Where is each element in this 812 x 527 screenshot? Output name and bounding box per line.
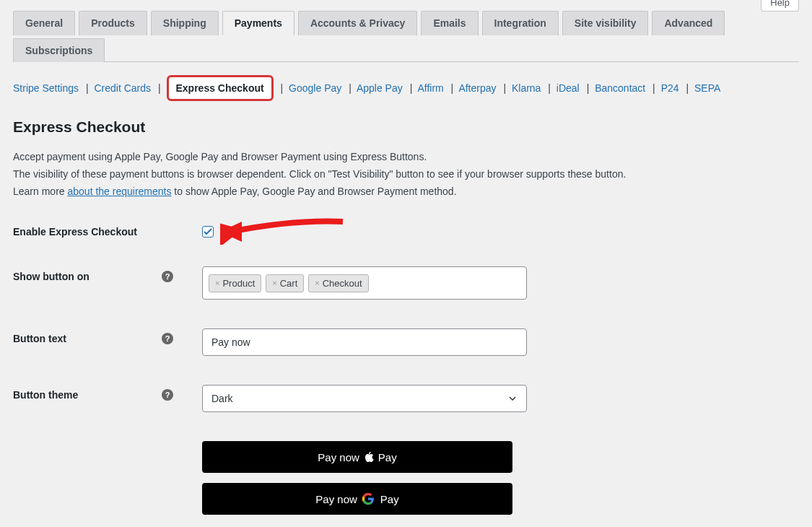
tab-integration[interactable]: Integration xyxy=(482,11,559,35)
tag-cart: × Cart xyxy=(266,274,304,292)
subnav-sepa[interactable]: SEPA xyxy=(694,82,720,94)
google-pay-button[interactable]: Pay now Pay xyxy=(202,483,512,515)
show-button-multiselect[interactable]: × Product × Cart × Checkout xyxy=(202,266,527,300)
description-line: The visibility of these payment buttons … xyxy=(13,166,799,183)
separator: | xyxy=(686,82,689,94)
button-text-input[interactable] xyxy=(202,328,527,356)
tag-product: × Product xyxy=(209,274,261,292)
page-title: Express Checkout xyxy=(13,118,799,136)
subnav-afterpay[interactable]: Afterpay xyxy=(458,82,496,94)
subnav-bancontact[interactable]: Bancontact xyxy=(595,82,645,94)
tag-label: Checkout xyxy=(323,278,362,289)
subnav-credit-cards[interactable]: Credit Cards xyxy=(94,82,151,94)
remove-icon[interactable]: × xyxy=(215,279,219,287)
separator: | xyxy=(548,82,551,94)
sub-navigation: Stripe Settings | Credit Cards | Express… xyxy=(13,62,799,110)
subnav-stripe-settings[interactable]: Stripe Settings xyxy=(13,82,79,94)
tab-payments[interactable]: Payments xyxy=(222,11,294,35)
separator: | xyxy=(587,82,590,94)
subnav-affirm[interactable]: Affirm xyxy=(417,82,443,94)
text: to show Apple Pay, Google Pay and Browse… xyxy=(171,186,456,197)
button-theme-select[interactable]: Dark xyxy=(202,385,527,412)
button-label: Pay now xyxy=(315,493,357,505)
remove-icon[interactable]: × xyxy=(315,279,319,287)
separator: | xyxy=(652,82,655,94)
main-tabs: General Products Shipping Payments Accou… xyxy=(13,0,799,62)
tag-label: Cart xyxy=(280,278,298,289)
label-text: Button theme xyxy=(13,389,78,401)
tab-site-visibility[interactable]: Site visibility xyxy=(562,11,649,35)
remove-icon[interactable]: × xyxy=(272,279,276,287)
subnav-ideal[interactable]: iDeal xyxy=(556,82,580,94)
subnav-apple-pay[interactable]: Apple Pay xyxy=(357,82,403,94)
button-text-label: Button text ? xyxy=(13,328,186,344)
separator: | xyxy=(503,82,506,94)
text: Learn more xyxy=(13,186,67,197)
separator: | xyxy=(86,82,89,94)
tab-accounts-privacy[interactable]: Accounts & Privacy xyxy=(298,11,418,35)
separator: | xyxy=(349,82,352,94)
label-text: Enable Express Checkout xyxy=(13,226,137,238)
separator: | xyxy=(410,82,413,94)
tab-emails[interactable]: Emails xyxy=(421,11,478,35)
chevron-down-icon xyxy=(507,393,518,404)
tab-subscriptions[interactable]: Subscriptions xyxy=(13,38,105,62)
label-text: Show button on xyxy=(13,271,90,282)
separator: | xyxy=(451,82,454,94)
tab-products[interactable]: Products xyxy=(79,11,147,35)
subnav-klarna[interactable]: Klarna xyxy=(512,82,541,94)
subnav-express-checkout[interactable]: Express Checkout xyxy=(167,75,274,101)
select-value: Dark xyxy=(211,393,233,404)
subnav-google-pay[interactable]: Google Pay xyxy=(289,82,341,94)
help-icon[interactable]: ? xyxy=(162,389,173,401)
svg-marker-1 xyxy=(220,222,242,242)
tag-label: Product xyxy=(222,278,255,289)
separator: | xyxy=(281,82,284,94)
button-label: Pay xyxy=(378,451,397,463)
subnav-p24[interactable]: P24 xyxy=(661,82,679,94)
enable-label: Enable Express Checkout xyxy=(13,222,186,238)
help-icon[interactable]: ? xyxy=(162,333,173,344)
help-button[interactable]: Help xyxy=(761,0,799,12)
description-line: Learn more about the requirements to sho… xyxy=(13,183,799,201)
tab-general[interactable]: General xyxy=(13,11,75,35)
apple-pay-icon xyxy=(364,451,374,463)
description: Accept payment using Apple Pay, Google P… xyxy=(13,149,799,200)
tab-advanced[interactable]: Advanced xyxy=(652,11,725,35)
description-line: Accept payment using Apple Pay, Google P… xyxy=(13,149,799,166)
button-label: Pay now xyxy=(318,451,359,463)
arrow-annotation-icon xyxy=(220,216,350,245)
tab-shipping[interactable]: Shipping xyxy=(151,11,219,35)
google-pay-icon xyxy=(362,492,375,505)
checkmark-icon xyxy=(204,228,212,235)
requirements-link[interactable]: about the requirements xyxy=(67,186,171,197)
button-theme-label: Button theme ? xyxy=(13,385,186,401)
label-text: Button text xyxy=(13,333,66,344)
help-icon[interactable]: ? xyxy=(162,271,173,282)
enable-checkbox[interactable] xyxy=(202,226,214,238)
button-label: Pay xyxy=(380,493,399,505)
tag-checkout: × Checkout xyxy=(308,274,368,292)
apple-pay-button[interactable]: Pay now Pay xyxy=(202,441,512,473)
separator: | xyxy=(158,82,161,94)
show-button-label: Show button on ? xyxy=(13,266,186,282)
